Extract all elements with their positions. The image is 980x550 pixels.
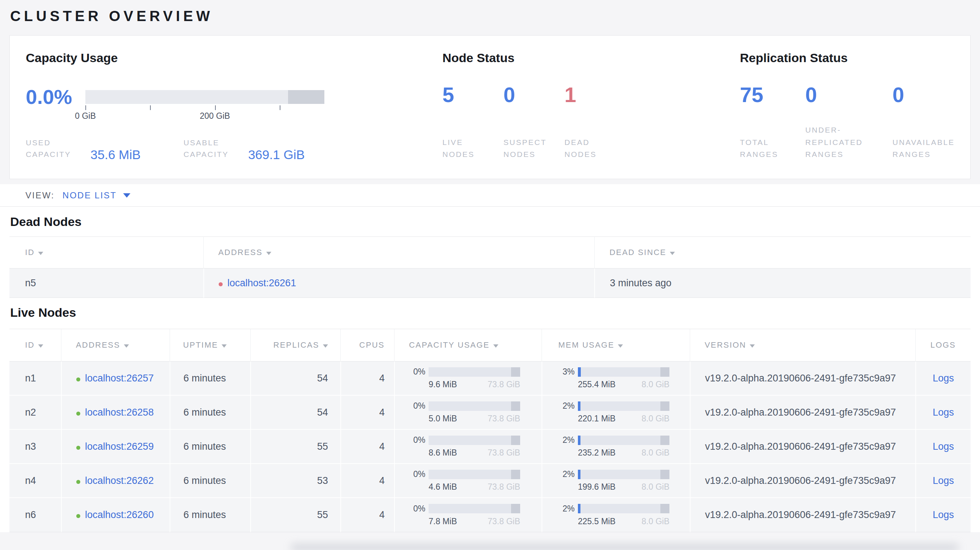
usage-line: 2% [558, 504, 670, 513]
usage-used-value: 220.1 MiB [578, 414, 616, 424]
cell-uptime: 6 minutes [170, 498, 250, 532]
address-link[interactable]: localhost:26258 [85, 407, 154, 418]
column-header-label: ADDRESS [76, 340, 120, 350]
usage-values: 9.6 MiB73.8 GiB [429, 380, 520, 389]
sort-caret-icon [493, 344, 498, 348]
usage-bar [578, 367, 670, 377]
cell-dead-since: 3 minutes ago [594, 269, 970, 298]
column-header-label: ID [25, 248, 35, 257]
column-header-address[interactable]: ADDRESS [61, 329, 170, 361]
live-nodes-label: LIVE NODES [442, 136, 503, 161]
column-header-id[interactable]: ID [10, 237, 204, 269]
address-link[interactable]: localhost:26261 [228, 278, 296, 288]
usage-total-value: 8.0 GiB [641, 448, 670, 458]
cell-address: localhost:26261 [204, 269, 594, 298]
column-header-label: ADDRESS [218, 248, 262, 257]
gauge-tick-label: 0 GiB [75, 111, 96, 121]
view-selector[interactable]: NODE LIST [62, 190, 116, 200]
usage-bar-reserved-segment [511, 367, 520, 377]
cell-replicas: 53 [250, 464, 340, 498]
address-link[interactable]: localhost:26257 [85, 373, 154, 384]
logs-link[interactable]: Logs [933, 373, 954, 384]
cell-uptime: 6 minutes [170, 396, 250, 430]
usage-total-value: 73.8 GiB [488, 380, 520, 389]
live-nodes-title: Live Nodes [10, 298, 970, 329]
dead-nodes-stat: 1 DEAD NODES [565, 84, 625, 161]
usage-line: 0% [409, 504, 520, 513]
suspect-nodes-stat: 0 SUSPECT NODES [503, 84, 565, 161]
cell-capacity-usage: 0%7.8 MiB73.8 GiB [394, 498, 542, 532]
chevron-down-icon[interactable] [123, 193, 130, 198]
column-header-label: ID [25, 340, 35, 350]
node-live-dot-icon [76, 514, 80, 518]
usage-values: 199.6 MiB8.0 GiB [578, 482, 670, 492]
usage-values: 255.4 MiB8.0 GiB [578, 380, 670, 389]
usage-used-value: 199.6 MiB [578, 482, 616, 492]
usage-bar [578, 470, 670, 479]
usage-values: 225.5 MiB8.0 GiB [578, 517, 670, 526]
table-row: n4localhost:262626 minutes5340%4.6 MiB73… [10, 464, 970, 498]
column-header-mem-usage[interactable]: MEM USAGE [542, 329, 690, 361]
sort-caret-icon [124, 344, 129, 348]
usage-percent: 3% [558, 367, 574, 377]
logs-link[interactable]: Logs [933, 475, 954, 486]
cell-replicas: 55 [250, 498, 340, 532]
column-header-label: DEAD SINCE [609, 248, 666, 257]
column-header-dead-since[interactable]: DEAD SINCE [594, 237, 970, 269]
column-header-replicas[interactable]: REPLICAS [250, 329, 340, 361]
cell-mem-usage-meter: 2%225.5 MiB8.0 GiB [558, 504, 670, 526]
usage-percent: 2% [558, 469, 574, 479]
cell-capacity-usage: 0%4.6 MiB73.8 GiB [394, 464, 542, 498]
capacity-gauge: 0.0% 0 GiB200 GiB [26, 83, 442, 121]
column-header-label: REPLICAS [274, 340, 319, 350]
usage-bar-reserved-segment [511, 401, 520, 411]
sort-caret-icon [38, 252, 43, 255]
column-header-label: UPTIME [183, 340, 218, 350]
usage-values: 4.6 MiB73.8 GiB [429, 482, 520, 492]
address-link[interactable]: localhost:26262 [85, 475, 154, 486]
logs-link[interactable]: Logs [933, 441, 954, 452]
capacity-usage-panel: Capacity Usage 0.0% 0 GiB200 GiB USED CA… [26, 51, 442, 161]
under-replicated-ranges-label: UNDER- REPLICATED RANGES [805, 124, 892, 161]
table-row: n1localhost:262576 minutes5440%9.6 MiB73… [10, 361, 970, 396]
unavailable-ranges-label: UNAVAILABLE RANGES [892, 136, 955, 161]
address-link[interactable]: localhost:26260 [85, 509, 154, 520]
usage-percent: 0% [409, 401, 425, 411]
column-header-address[interactable]: ADDRESS [204, 237, 594, 269]
cell-capacity-usage-meter: 0%7.8 MiB73.8 GiB [409, 504, 520, 526]
usage-percent: 0% [409, 504, 425, 513]
gauge-tick [85, 105, 86, 110]
usage-used-value: 225.5 MiB [578, 517, 616, 526]
usage-percent: 0% [409, 469, 425, 479]
column-header-version[interactable]: VERSION [690, 329, 915, 361]
column-header-uptime[interactable]: UPTIME [170, 329, 250, 361]
usage-bar-reserved-segment [660, 504, 670, 513]
usage-total-value: 73.8 GiB [488, 448, 520, 458]
dead-nodes-label: DEAD NODES [565, 136, 625, 161]
usage-percent: 0% [409, 435, 425, 445]
node-status-title: Node Status [442, 51, 740, 65]
used-capacity-value: 35.6 MiB [91, 148, 141, 162]
cell-logs: Logs [915, 464, 970, 498]
logs-link[interactable]: Logs [933, 509, 954, 520]
replication-stats: 75 TOTAL RANGES 0 UNDER- REPLICATED RANG… [740, 84, 970, 161]
column-header-id[interactable]: ID [10, 329, 61, 361]
usage-used-value: 255.4 MiB [578, 380, 616, 389]
live-nodes-table: IDADDRESSUPTIMEREPLICASCPUSCAPACITY USAG… [10, 329, 970, 532]
address-link[interactable]: localhost:26259 [85, 441, 154, 452]
sort-caret-icon [221, 344, 227, 348]
sort-caret-icon [618, 344, 623, 348]
capacity-gauge-bar [85, 90, 325, 104]
logs-link[interactable]: Logs [933, 407, 954, 418]
cell-id: n1 [10, 361, 61, 396]
view-bar: VIEW: NODE LIST [0, 184, 980, 207]
total-ranges-label: TOTAL RANGES [740, 136, 805, 161]
usage-bar [429, 367, 520, 377]
usable-capacity-label: USABLE CAPACITY [183, 137, 239, 161]
column-header-cpus: CPUS [340, 329, 394, 361]
usage-bar [429, 504, 520, 513]
usage-percent: 2% [558, 504, 574, 513]
column-header-capacity-usage[interactable]: CAPACITY USAGE [394, 329, 542, 361]
gauge-tick-label: 200 GiB [200, 111, 230, 121]
cell-logs: Logs [915, 430, 970, 464]
